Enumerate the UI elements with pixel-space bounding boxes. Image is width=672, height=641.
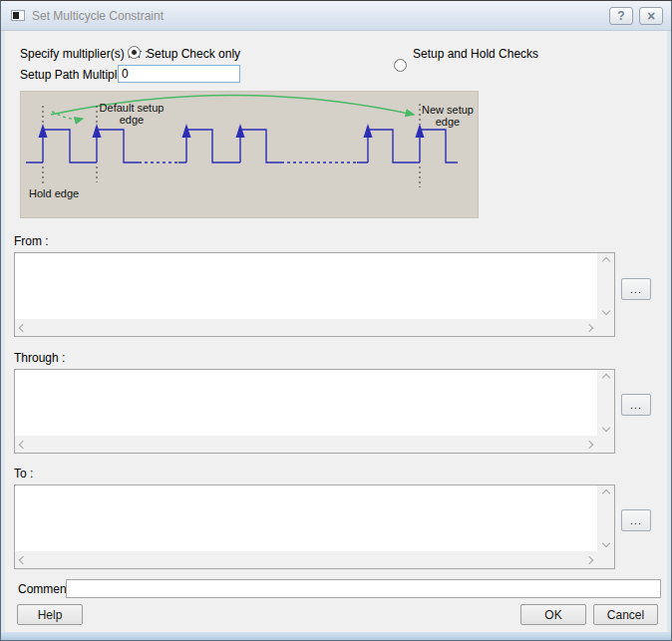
radio-setup-check-only[interactable] [128,46,141,59]
to-browse-button[interactable]: ... [621,509,651,531]
dialog-window: Set Multicycle Constraint ? × Specify mu… [0,0,672,641]
close-button[interactable]: × [639,7,663,25]
through-label: Through : [14,352,65,365]
from-horizontal-scrollbar[interactable] [15,319,597,336]
clock-waveform-graphic [21,92,478,217]
chevron-up-icon[interactable] [601,257,609,265]
chevron-left-icon[interactable] [19,323,27,331]
to-label: To : [14,468,33,481]
through-text[interactable] [15,370,597,436]
question-icon: ? [617,9,624,23]
close-icon: × [647,8,655,24]
chevron-right-icon[interactable] [585,323,593,331]
scrollbar-corner [597,319,614,336]
through-vertical-scrollbar[interactable] [597,370,614,436]
help-button[interactable]: Help [17,604,83,625]
titlebar-help-button[interactable]: ? [609,7,633,25]
window-bottom-frame [1,632,671,640]
from-text[interactable] [15,253,597,319]
to-textarea[interactable] [14,484,615,569]
chevron-down-icon[interactable] [601,307,609,315]
from-label: From : [14,235,49,248]
chevron-up-icon[interactable] [601,374,609,382]
to-text[interactable] [15,485,597,551]
through-browse-button[interactable]: ... [621,394,651,416]
to-vertical-scrollbar[interactable] [597,485,614,551]
chevron-left-icon[interactable] [19,555,27,563]
chevron-right-icon[interactable] [585,440,593,448]
multicycle-diagram: Default setup edge New setup edge Hold e… [20,91,479,218]
through-textarea[interactable] [14,369,615,454]
radio-setup-check-only-label[interactable]: Setup Check only [147,48,240,61]
chevron-right-icon[interactable] [585,555,593,563]
cancel-button[interactable]: Cancel [593,604,658,625]
dialog-body: Specify multiplier(s) for : Setup Check … [5,31,667,632]
scrollbar-corner [597,436,614,453]
default-setup-edge-label: Default setup edge [99,102,165,126]
from-textarea[interactable] [14,252,615,337]
radio-setup-and-hold[interactable] [394,59,407,72]
chevron-down-icon[interactable] [601,424,609,432]
radio-setup-and-hold-label[interactable]: Setup and Hold Checks [413,48,538,61]
titlebar[interactable]: Set Multicycle Constraint ? × [1,1,671,31]
setup-path-multiplier-input[interactable] [118,65,240,83]
chevron-left-icon[interactable] [19,440,27,448]
comment-input[interactable] [66,579,661,598]
chevron-down-icon[interactable] [601,539,609,547]
to-horizontal-scrollbar[interactable] [15,551,597,568]
hold-edge-label: Hold edge [29,187,89,199]
from-browse-button[interactable]: ... [621,278,651,300]
window-icon [11,10,25,21]
chevron-up-icon[interactable] [601,489,609,497]
window-title: Set Multicycle Constraint [32,9,609,23]
scrollbar-corner [597,551,614,568]
ok-button[interactable]: OK [520,604,586,625]
through-horizontal-scrollbar[interactable] [15,436,597,453]
rising-edge-arrows [39,124,425,138]
from-vertical-scrollbar[interactable] [597,253,614,319]
new-setup-edge-label: New setup edge [420,104,476,128]
